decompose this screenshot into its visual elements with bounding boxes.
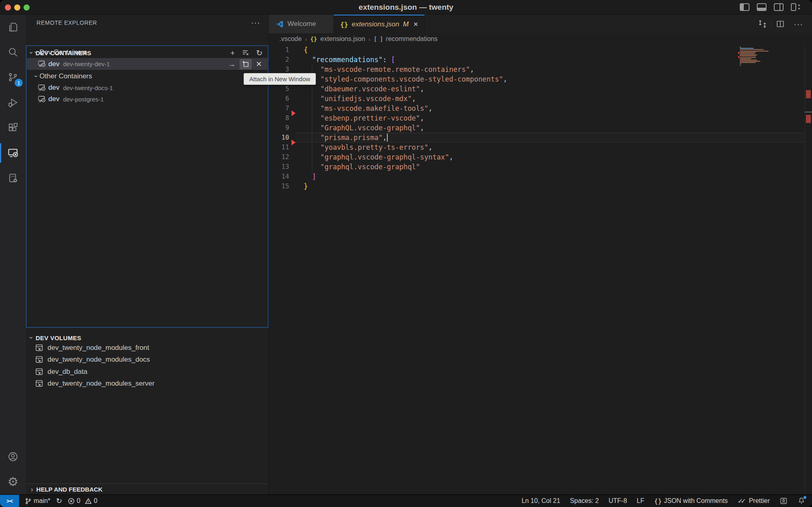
code-line[interactable]: "GraphQL.vscode-graphql", [269,123,812,133]
tab-welcome[interactable]: Welcome [269,15,334,33]
remote-explorer-sidebar: REMOTE EXPLORER ··· › DEV CONTAINERS + ↻… [26,15,269,494]
deleted-lines-marker-icon[interactable] [292,110,296,116]
breadcrumb-symbol[interactable]: recommendations [386,35,438,43]
tree-indent-guide [39,58,39,70]
chevron-right-icon: › [31,486,33,493]
tab-extensions-json[interactable]: {} extensions.json M ✕ [334,15,425,33]
extensions-icon[interactable] [0,115,26,140]
minimap-line [740,49,764,50]
container-tools-icon[interactable] [0,166,26,191]
volume-icon [35,367,43,376]
minimize-window-button[interactable] [14,4,20,11]
array-symbol-icon: [ ] [374,36,382,42]
code-line[interactable]: { [269,45,812,55]
volume-item[interactable]: dev_twenty_node_modules_server [26,378,268,389]
volume-icon [35,343,43,352]
json-braces-icon: {} [654,497,662,505]
formatter-status[interactable]: ✓✓ Prettier [738,497,770,505]
tooltip: Attach in New Window [244,73,316,85]
json-braces-icon: {} [340,21,348,28]
code-line[interactable]: ] [269,172,812,181]
feedback-icon[interactable] [780,497,788,505]
breadcrumb-folder[interactable]: .vscode [279,35,302,43]
accounts-icon[interactable] [0,444,26,469]
source-control-icon[interactable]: 1 [0,65,26,90]
volume-item[interactable]: dev_twenty_node_modules_front [26,342,268,354]
code-line[interactable]: "dbaeumer.vscode-eslint", [269,84,812,94]
volume-item[interactable]: dev_twenty_node_modules_docs [26,354,268,365]
minimap-change-mark [738,56,739,58]
minimap-line [740,57,756,58]
tree-item-dev-twenty-dev-1[interactable]: dev dev-twenty-dev-1 → ✕ [27,58,268,70]
vscode-window: extensions.json — twenty 1 [0,0,812,507]
tree-item-dev-postgres-1[interactable]: dev dev-postgres-1 [27,93,268,105]
code-line[interactable]: "styled-components.vscode-styled-compone… [269,74,812,84]
attach-in-new-window-icon[interactable] [240,59,252,69]
search-icon[interactable] [0,40,26,65]
tree-item-dev-twenty-docs-1[interactable]: dev dev-twenty-docs-1 [27,82,268,93]
code-line[interactable]: } [269,181,812,191]
toggle-primary-sidebar-icon[interactable] [740,3,749,11]
split-editor-icon[interactable] [776,19,785,28]
branch-status[interactable]: main* [25,497,50,505]
git-branch-icon [25,498,32,505]
tab-bar: Welcome {} extensions.json M ✕ ··· [269,15,812,33]
breadcrumb-separator: › [368,36,370,43]
code-line[interactable]: "prisma.prisma", [269,133,812,142]
tree-group-other-containers[interactable]: › Other Containers [27,71,268,82]
code-editor[interactable]: 123456789101112131415 { "recommendations… [269,45,812,494]
eol-status[interactable]: LF [637,497,644,505]
toggle-panel-icon[interactable] [757,3,767,11]
volume-item[interactable]: dev_db_data [26,366,268,378]
minimap-line [740,53,755,54]
attach-to-container-icon[interactable]: → [228,60,235,68]
source-control-badge: 1 [15,79,23,87]
code-line[interactable]: "ms-vscode-remote.remote-containers", [269,65,812,74]
minimap[interactable] [740,47,769,66]
indentation-status[interactable]: Spaces: 2 [570,497,599,505]
tree-group-dev-containers[interactable]: › Dev Containers [27,47,268,58]
explorer-icon[interactable] [0,15,26,40]
titlebar: extensions.json — twenty [0,0,812,15]
encoding-status[interactable]: UTF-8 [609,497,627,505]
code-line[interactable]: "yoavbls.pretty-ts-errors", [269,142,812,152]
open-changes-icon[interactable] [758,19,767,28]
settings-gear-icon[interactable]: ⚙ [0,469,26,494]
code-line[interactable]: "recommendations": [ [269,55,812,65]
activity-bar: 1 ⚙ [0,15,26,494]
help-and-feedback-header[interactable]: › HELP AND FEEDBACK [26,483,268,495]
language-status[interactable]: {} JSON with Comments [654,497,728,505]
breadcrumb-file[interactable]: extensions.json [320,35,365,43]
run-debug-icon[interactable] [0,90,26,115]
code-line[interactable]: "graphql.vscode-graphql" [269,162,812,172]
cursor-position-status[interactable]: Ln 10, Col 21 [522,497,560,505]
code-line[interactable]: "unifiedjs.vscode-mdx", [269,94,812,104]
status-bar: >< main* ↻ 0 0 Ln 10, Col 21 Spaces: 2 U… [0,494,812,507]
zoom-window-button[interactable] [24,4,30,11]
problems-status[interactable]: 0 0 [68,497,97,505]
vscode-logo-icon [275,20,284,28]
code-line[interactable]: "ms-vscode.makefile-tools", [269,104,812,113]
editor-more-actions-icon[interactable]: ··· [794,19,803,29]
remote-indicator[interactable]: >< [0,495,19,507]
more-actions-icon[interactable]: ··· [251,15,260,31]
toggle-secondary-sidebar-icon[interactable] [774,3,784,11]
breadcrumb-separator: › [305,36,307,43]
stop-container-icon[interactable]: ✕ [256,60,262,68]
sync-changes-icon[interactable]: ↻ [56,496,62,505]
code-line[interactable]: "esbenp.prettier-vscode", [269,113,812,123]
minimap-line [740,63,741,64]
sidebar-pane-title: REMOTE EXPLORER [26,15,268,31]
double-check-icon: ✓✓ [738,497,744,505]
deleted-lines-marker-icon[interactable] [292,140,296,145]
chevron-down-icon: › [32,51,40,53]
close-tab-icon[interactable]: ✕ [413,21,419,28]
notification-dot [803,496,806,499]
remote-explorer-icon[interactable] [0,140,26,166]
breadcrumbs: .vscode › {} extensions.json › [ ] recom… [269,33,812,45]
notifications-bell-icon[interactable] [797,497,806,505]
customize-layout-icon[interactable] [791,3,801,11]
close-window-button[interactable] [5,4,11,11]
error-circle-icon [68,498,75,505]
code-line[interactable]: "graphql.vscode-graphql-syntax", [269,152,812,162]
